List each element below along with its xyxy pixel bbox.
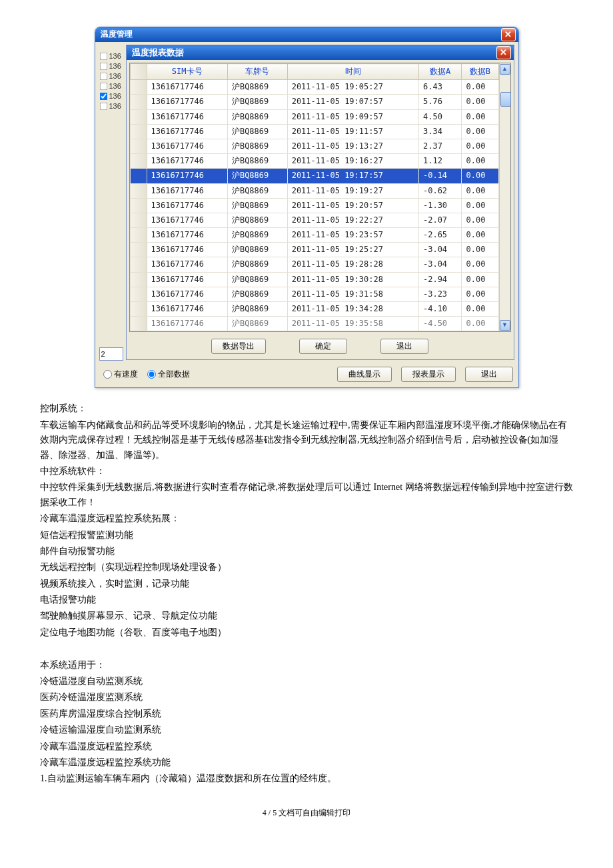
- scroll-up-icon[interactable]: ▲: [500, 64, 510, 75]
- row-stub: [130, 257, 147, 272]
- table-row[interactable]: 13616717746沪BQ88692011-11-05 19:13:272.3…: [130, 139, 498, 153]
- table-row[interactable]: 13616717746沪BQ88692011-11-05 19:31:58-3.…: [130, 287, 498, 301]
- strip-checkbox[interactable]: [99, 53, 107, 61]
- curve-button[interactable]: 曲线显示: [337, 367, 392, 382]
- outer-exit-button[interactable]: 退出: [465, 367, 513, 382]
- cell-plate: 沪BQ8869: [227, 272, 287, 287]
- body-paragraph: 短信远程报警监测功能: [40, 528, 573, 543]
- cell-sim: 13616717746: [147, 243, 227, 257]
- cell-a: -3.23: [418, 287, 461, 301]
- cell-plate: 沪BQ8869: [227, 243, 287, 257]
- cell-a: -2.65: [418, 228, 461, 243]
- column-header[interactable]: 车牌号: [227, 64, 287, 80]
- close-icon[interactable]: ✕: [496, 46, 511, 59]
- table-row[interactable]: 13616717746沪BQ88692011-11-05 19:22:27-2.…: [130, 213, 498, 227]
- cell-b: 0.00: [462, 124, 498, 139]
- ok-button[interactable]: 确定: [299, 339, 347, 354]
- cell-sim: 13616717746: [147, 154, 227, 169]
- scroll-track[interactable]: [500, 75, 510, 319]
- body-paragraph: 医药库房温湿度综合控制系统: [40, 707, 573, 721]
- scrollbar[interactable]: ▲ ▼: [499, 63, 510, 331]
- cell-b: 0.00: [462, 287, 498, 301]
- cell-b: 0.00: [462, 198, 498, 213]
- table-row[interactable]: 13616717746沪BQ88692011-11-05 19:17:57-0.…: [130, 169, 498, 183]
- body-paragraph: 邮件自动报警功能: [40, 544, 573, 559]
- small-number-input[interactable]: [99, 347, 123, 361]
- row-stub: [130, 272, 147, 287]
- cell-sim: 13616717746: [147, 80, 227, 95]
- cell-plate: 沪BQ8869: [227, 95, 287, 109]
- body-paragraph: 冷藏车温湿度远程监控系统拓展：: [40, 511, 573, 526]
- body-paragraph: 1.自动监测运输车辆车厢内（冷藏箱）温湿度数据和所在位置的经纬度。: [40, 771, 573, 786]
- cell-plate: 沪BQ8869: [227, 124, 287, 139]
- cell-time: 2011-11-05 19:34:28: [287, 302, 418, 317]
- table-row[interactable]: 13616717746沪BQ88692011-11-05 19:05:276.4…: [130, 80, 498, 95]
- inner-title: 温度报表数据: [132, 46, 496, 60]
- strip-checkbox[interactable]: [99, 83, 107, 91]
- table-row[interactable]: 13616717746沪BQ88692011-11-05 19:07:575.7…: [130, 95, 498, 109]
- cell-b: 0.00: [462, 257, 498, 272]
- table-row[interactable]: 13616717746沪BQ88692011-11-05 19:28:28-3.…: [130, 257, 498, 272]
- table-row[interactable]: 13616717746沪BQ88692011-11-05 19:30:28-2.…: [130, 272, 498, 287]
- strip-checkbox[interactable]: [99, 103, 107, 111]
- cell-b: 0.00: [462, 272, 498, 287]
- radio-speed-input[interactable]: [103, 370, 112, 379]
- strip-row[interactable]: 136: [99, 101, 125, 111]
- column-header[interactable]: 数据A: [418, 64, 461, 80]
- strip-checkbox[interactable]: [99, 63, 107, 71]
- page-footer: 4 / 5 文档可自由编辑打印: [40, 807, 573, 819]
- cell-a: -2.07: [418, 213, 461, 227]
- cell-a: -0.62: [418, 183, 461, 198]
- cell-plate: 沪BQ8869: [227, 109, 287, 124]
- radio-all-label: 全部数据: [158, 368, 190, 381]
- cell-time: 2011-11-05 19:11:57: [287, 124, 418, 139]
- data-table: SIM卡号车牌号时间数据A数据B 13616717746沪BQ88692011-…: [130, 63, 499, 331]
- cell-time: 2011-11-05 19:13:27: [287, 139, 418, 153]
- table-row[interactable]: 13616717746沪BQ88692011-11-05 19:16:271.1…: [130, 154, 498, 169]
- table-row[interactable]: 13616717746沪BQ88692011-11-05 19:19:27-0.…: [130, 183, 498, 198]
- cell-time: 2011-11-05 19:22:27: [287, 213, 418, 227]
- cell-time: 2011-11-05 19:19:27: [287, 183, 418, 198]
- cell-sim: 13616717746: [147, 139, 227, 153]
- outer-titlebar[interactable]: 温度管理 ✕: [95, 27, 518, 42]
- table-row[interactable]: 13616717746沪BQ88692011-11-05 19:09:574.5…: [130, 109, 498, 124]
- cell-plate: 沪BQ8869: [227, 287, 287, 301]
- exit-button[interactable]: 退出: [380, 339, 428, 354]
- cell-b: 0.00: [462, 302, 498, 317]
- column-header[interactable]: 数据B: [462, 64, 498, 80]
- row-stub: [130, 198, 147, 213]
- radio-all[interactable]: 全部数据: [147, 368, 190, 381]
- close-icon[interactable]: ✕: [501, 28, 516, 41]
- cell-sim: 13616717746: [147, 272, 227, 287]
- cell-sim: 13616717746: [147, 198, 227, 213]
- cell-b: 0.00: [462, 169, 498, 183]
- scroll-thumb[interactable]: [500, 92, 511, 107]
- radio-all-input[interactable]: [147, 370, 156, 379]
- inner-titlebar[interactable]: 温度报表数据 ✕: [127, 45, 514, 60]
- strip-checkbox[interactable]: [99, 93, 107, 101]
- cell-sim: 13616717746: [147, 228, 227, 243]
- table-row[interactable]: 13616717746沪BQ88692011-11-05 19:25:27-3.…: [130, 243, 498, 257]
- column-header[interactable]: 时间: [287, 64, 418, 80]
- table-row[interactable]: 13616717746沪BQ88692011-11-05 19:35:58-4.…: [130, 317, 498, 331]
- column-header[interactable]: SIM卡号: [147, 64, 227, 80]
- cell-b: 0.00: [462, 183, 498, 198]
- table-row[interactable]: 13616717746沪BQ88692011-11-05 19:23:57-2.…: [130, 228, 498, 243]
- table-row[interactable]: 13616717746沪BQ88692011-11-05 19:34:28-4.…: [130, 302, 498, 317]
- row-stub: [130, 64, 147, 80]
- body-paragraph: 冷链温湿度自动监测系统: [40, 674, 573, 689]
- row-stub: [130, 154, 147, 169]
- table-row[interactable]: 13616717746沪BQ88692011-11-05 19:11:573.3…: [130, 124, 498, 139]
- scroll-down-icon[interactable]: ▼: [500, 320, 510, 331]
- body-paragraph: 本系统适用于：: [40, 658, 573, 673]
- strip-checkbox[interactable]: [99, 73, 107, 81]
- table-button[interactable]: 报表显示: [401, 367, 456, 382]
- table-row[interactable]: 13616717746沪BQ88692011-11-05 19:20:57-1.…: [130, 198, 498, 213]
- body-paragraph: 控制系统：: [40, 401, 573, 416]
- cell-time: 2011-11-05 19:17:57: [287, 169, 418, 183]
- cell-a: 2.37: [418, 139, 461, 153]
- checkbox-strip: 136136136136136136: [99, 51, 125, 111]
- radio-speed[interactable]: 有速度: [103, 368, 138, 381]
- export-button[interactable]: 数据导出: [211, 339, 266, 354]
- cell-sim: 13616717746: [147, 109, 227, 124]
